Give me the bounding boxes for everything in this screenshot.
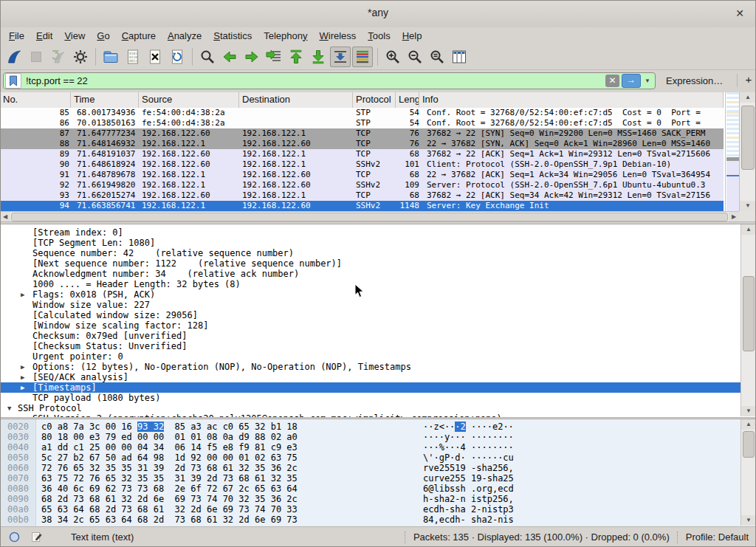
- go-to-packet-icon[interactable]: [264, 47, 284, 67]
- go-back-icon[interactable]: [219, 47, 240, 67]
- hex-row-0030[interactable]: 003080 18 00 e3 79 ed 00 00 01 01 08 0a …: [0, 432, 738, 442]
- menu-statistics[interactable]: Statistics: [207, 29, 258, 43]
- capture-comment-icon[interactable]: [28, 529, 44, 546]
- detail-line-16[interactable]: TCP payload (1080 bytes): [0, 393, 756, 403]
- auto-scroll-icon[interactable]: [330, 47, 351, 67]
- collapse-icon[interactable]: ▼: [7, 403, 11, 413]
- detail-line-15[interactable]: ▶[Timestamps]: [0, 382, 756, 393]
- scrollbar-thumb[interactable]: [743, 431, 755, 458]
- detail-line-11[interactable]: [Checksum Status: Unverified]: [0, 341, 756, 351]
- hex-row-0060[interactable]: 006072 76 65 32 35 35 31 39 2d 73 68 61 …: [0, 463, 738, 473]
- detail-line-13[interactable]: ▶Options: (12 bytes), No-Operation (NOP)…: [0, 362, 756, 372]
- add-filter-button[interactable]: +: [743, 73, 755, 88]
- packet-row-87[interactable]: 8771.647777234192.168.122.60192.168.122.…: [0, 128, 724, 139]
- open-file-icon[interactable]: [100, 47, 121, 67]
- filter-bookmark-icon[interactable]: [5, 73, 21, 89]
- packet-row-92[interactable]: 9271.661949820192.168.122.1192.168.122.6…: [0, 180, 724, 190]
- scroll-down-icon[interactable]: ▼: [741, 406, 756, 416]
- details-vertical-scrollbar[interactable]: ▲ ▼: [740, 224, 756, 416]
- hex-row-0080[interactable]: 008036 40 6c 69 62 73 73 68 2e 6f 72 67 …: [0, 484, 738, 494]
- packet-list-minimap[interactable]: [725, 92, 740, 211]
- go-forward-icon[interactable]: [241, 47, 262, 67]
- scroll-up-icon[interactable]: ▲: [741, 419, 756, 430]
- hex-row-0050[interactable]: 00505c 27 b2 67 50 ad 64 98 1d 92 00 00 …: [0, 453, 738, 463]
- scrollbar-thumb[interactable]: [11, 213, 728, 221]
- scroll-up-icon[interactable]: ▲: [741, 224, 756, 235]
- hex-row-0020[interactable]: 0020c0 a8 7a 3c 00 16 93 32 85 a3 ac c0 …: [0, 422, 738, 432]
- detail-line-14[interactable]: ▶[SEQ/ACK analysis]: [0, 372, 756, 382]
- expert-info-icon[interactable]: [6, 529, 22, 546]
- scrollbar-thumb[interactable]: [743, 276, 755, 351]
- filter-clear-icon[interactable]: ✕: [605, 75, 619, 87]
- resize-columns-icon[interactable]: [449, 47, 470, 67]
- menu-tools[interactable]: Tools: [362, 29, 396, 43]
- scroll-up-icon[interactable]: ▲: [740, 92, 756, 103]
- detail-line-9[interactable]: [Window size scaling factor: 128]: [0, 320, 756, 331]
- packet-row-93[interactable]: 9371.662015274192.168.122.60192.168.122.…: [0, 190, 724, 201]
- detail-line-3[interactable]: [Next sequence number: 1122 (relative se…: [0, 258, 756, 269]
- menu-capture[interactable]: Capture: [116, 29, 162, 43]
- packet-row-90[interactable]: 9071.648618924192.168.122.60192.168.122.…: [0, 159, 724, 170]
- expand-icon[interactable]: ▶: [21, 372, 24, 382]
- menu-go[interactable]: Go: [91, 29, 115, 43]
- packet-row-85[interactable]: 8568.001734936fe:54:00:d4:38:2aSTP54Conf…: [0, 108, 724, 118]
- menu-help[interactable]: Help: [396, 29, 428, 43]
- menu-file[interactable]: File: [3, 29, 30, 43]
- filter-dropdown-icon[interactable]: ▼: [643, 78, 652, 84]
- expression-button[interactable]: Expression…: [666, 75, 723, 86]
- packet-row-94[interactable]: 9471.663856741192.168.122.1192.168.122.6…: [0, 201, 724, 211]
- scroll-down-icon[interactable]: ▼: [740, 201, 756, 211]
- scroll-down-icon[interactable]: ▼: [741, 515, 756, 526]
- detail-line-0[interactable]: [Stream index: 0]: [0, 227, 756, 238]
- packet-row-89[interactable]: 8971.648191037192.168.122.60192.168.122.…: [0, 149, 724, 159]
- display-filter-field[interactable]: !tcp.port == 22 ✕ → ▼: [3, 72, 656, 89]
- expand-icon[interactable]: ▶: [21, 382, 24, 393]
- hex-row-00a0[interactable]: 00a065 63 64 68 2d 73 68 61 32 2d 6e 69 …: [0, 504, 738, 515]
- column-header-time[interactable]: Time: [71, 92, 139, 108]
- zoom-in-icon[interactable]: [382, 47, 403, 67]
- go-last-packet-icon[interactable]: [308, 47, 329, 67]
- go-first-packet-icon[interactable]: [286, 47, 306, 67]
- save-file-icon[interactable]: 010101100011: [123, 47, 143, 67]
- packet-list-vertical-scrollbar[interactable]: ▲ ▼: [739, 92, 756, 211]
- filter-apply-icon[interactable]: →: [622, 74, 641, 88]
- detail-line-6[interactable]: ▶Flags: 0x018 (PSH, ACK): [0, 289, 756, 300]
- zoom-reset-icon[interactable]: [427, 47, 447, 67]
- close-file-icon[interactable]: [145, 47, 165, 67]
- hex-row-00b0[interactable]: 00b038 34 2c 65 63 64 68 2d 73 68 61 32 …: [0, 515, 738, 525]
- zoom-out-icon[interactable]: [405, 47, 425, 67]
- detail-line-8[interactable]: [Calculated window size: 29056]: [0, 310, 756, 320]
- detail-line-4[interactable]: Acknowledgment number: 34 (relative ack …: [0, 269, 756, 279]
- detail-line-2[interactable]: Sequence number: 42 (relative sequence n…: [0, 248, 756, 258]
- menu-edit[interactable]: Edit: [30, 29, 58, 43]
- display-filter-input[interactable]: !tcp.port == 22: [21, 75, 605, 86]
- packet-row-91[interactable]: 9171.648789678192.168.122.1192.168.122.6…: [0, 170, 724, 180]
- detail-line-10[interactable]: Checksum: 0x79ed [unverified]: [0, 331, 756, 341]
- menu-telephony[interactable]: Telephony: [258, 29, 313, 43]
- menu-analyze[interactable]: Analyze: [162, 29, 207, 43]
- hex-vertical-scrollbar[interactable]: ▲ ▼: [740, 419, 756, 526]
- detail-line-5[interactable]: 1000 .... = Header Length: 32 bytes (8): [0, 279, 756, 289]
- find-packet-icon[interactable]: [197, 47, 218, 67]
- column-header-no[interactable]: No.: [0, 92, 71, 108]
- colorize-icon[interactable]: [352, 47, 373, 67]
- menu-view[interactable]: View: [58, 29, 91, 43]
- reload-file-icon[interactable]: [167, 47, 188, 67]
- column-header-protocol[interactable]: Protocol: [353, 92, 396, 108]
- scroll-left-icon[interactable]: ◀: [0, 212, 10, 222]
- packet-row-86[interactable]: 8670.013850163fe:54:00:d4:38:2aSTP54Conf…: [0, 118, 724, 128]
- close-window-button[interactable]: ✕: [732, 6, 747, 21]
- status-profile[interactable]: Profile: Default: [686, 531, 749, 543]
- expand-icon[interactable]: ▶: [21, 289, 24, 300]
- scroll-right-icon[interactable]: ▶: [729, 212, 739, 222]
- expand-icon[interactable]: ▶: [21, 362, 24, 372]
- detail-line-12[interactable]: Urgent pointer: 0: [0, 351, 756, 362]
- detail-line-1[interactable]: [TCP Segment Len: 1080]: [0, 238, 756, 248]
- packet-list-horizontal-scrollbar[interactable]: ◀ ▶: [0, 211, 739, 222]
- capture-options-icon[interactable]: [70, 47, 91, 67]
- packet-row-88[interactable]: 8871.648146932192.168.122.1192.168.122.6…: [0, 139, 724, 149]
- detail-line-7[interactable]: Window size value: 227: [0, 300, 756, 310]
- column-header-length[interactable]: Length: [396, 92, 419, 108]
- detail-line-17[interactable]: ▼SSH Protocol: [0, 403, 756, 413]
- hex-row-0090[interactable]: 009068 2d 73 68 61 32 2d 6e 69 73 74 70 …: [0, 494, 738, 504]
